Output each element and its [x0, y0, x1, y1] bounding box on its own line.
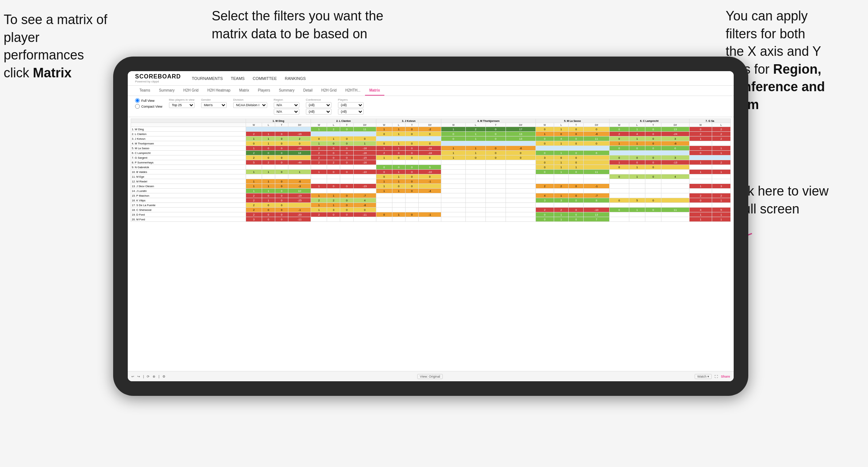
table-row: 14. J Lundin11010110-4	[131, 189, 731, 193]
matrix-cell-dif: -24	[661, 132, 690, 136]
matrix-cell-empty	[405, 198, 418, 203]
toolbar-zoom[interactable]: ⊕	[153, 375, 155, 378]
toolbar-share[interactable]: Share	[721, 375, 730, 378]
full-view-radio[interactable]: Full View	[135, 98, 162, 103]
matrix-cell-w: 0	[689, 198, 712, 203]
matrix-cell-empty	[645, 184, 661, 189]
matrix-cell-dif	[661, 198, 690, 203]
tab-summary[interactable]: Summary	[154, 86, 179, 96]
matrix-cell-dif: 13	[506, 136, 535, 141]
matrix-cell-t: 0	[405, 132, 418, 136]
players-select-2[interactable]: (All)	[338, 109, 364, 115]
matrix-cell-empty	[661, 193, 690, 198]
matrix-cell-t: 0	[645, 160, 661, 165]
matrix-cell-t: 0	[645, 155, 661, 160]
screen-tabs: Teams Summary H2H Grid H2H Heatmap Matri…	[128, 86, 734, 96]
player-name-cell: 2. L Clanton	[131, 132, 246, 136]
matrix-cell-empty	[392, 198, 405, 203]
matrix-cell-empty	[609, 193, 629, 198]
matrix-cell-empty	[340, 174, 353, 179]
matrix-cell-empty	[584, 203, 610, 208]
sh-d4: Dif	[506, 123, 535, 127]
matrix-cell-w: 0	[535, 217, 554, 222]
region-select-1[interactable]: N/A	[274, 102, 299, 108]
tab-matrix[interactable]: Matrix	[235, 86, 253, 96]
matrix-area[interactable]: 1. W Ding 2. L Clanton 3. J Koivun 4. M …	[128, 117, 734, 380]
compact-view-radio[interactable]: Compact View	[135, 104, 162, 109]
division-select[interactable]: NCAA Division I	[233, 102, 267, 108]
matrix-cell-t: 0	[569, 208, 584, 212]
matrix-cell-t: 0	[569, 160, 584, 165]
matrix-cell-w: 0	[535, 170, 554, 174]
matrix-cell-dif: -8	[353, 203, 376, 208]
nav-teams[interactable]: TEAMS	[231, 76, 245, 81]
table-row: 5. M La Sasso100-16200-18110-16110-60006…	[131, 146, 731, 151]
matrix-cell-l: 0	[262, 146, 275, 151]
matrix-cell-l: 1	[392, 141, 405, 146]
max-players-select[interactable]: Top 25	[169, 102, 195, 108]
matrix-cell-l: 3	[712, 184, 730, 189]
matrix-cell-dif: 6	[661, 146, 690, 151]
players-select-1[interactable]: (All)	[338, 102, 364, 108]
tab-detail[interactable]: Detail	[299, 86, 317, 96]
matrix-cell-t: 0	[275, 151, 288, 155]
toolbar-undo[interactable]: ↩	[131, 375, 134, 378]
matrix-cell-dif: -18	[353, 146, 376, 151]
matrix-cell-l: 1	[262, 198, 275, 203]
matrix-cell-w: 2	[311, 198, 327, 203]
tab-summary2[interactable]: Summary	[274, 86, 299, 96]
tab-h2h-grid[interactable]: H2H Grid	[179, 86, 203, 96]
matrix-cell-empty	[376, 160, 392, 165]
annotation-left-line3-bold: Matrix	[33, 65, 72, 80]
tab-players[interactable]: Players	[254, 86, 274, 96]
nav-tournaments[interactable]: TOURNAMENTS	[192, 76, 223, 81]
toolbar-redo[interactable]: ↪	[137, 375, 140, 378]
player-name-cell: 1. W Ding	[131, 127, 246, 132]
matrix-cell-dif: 0	[418, 155, 441, 160]
matrix-cell-dif: 6	[584, 151, 610, 155]
matrix-cell-empty	[485, 170, 506, 174]
matrix-cell-t: 0	[340, 198, 353, 203]
matrix-cell-l: 4	[629, 132, 645, 136]
matrix-cell-dif: -6	[288, 179, 311, 184]
matrix-cell-empty	[689, 141, 712, 146]
nav-rankings[interactable]: RANKINGS	[285, 76, 306, 81]
matrix-cell-w: 1	[689, 217, 712, 222]
toolbar-fullscreen[interactable]: ⛶	[715, 375, 718, 378]
toolbar-settings[interactable]: ⚙	[162, 375, 165, 378]
matrix-cell-empty	[485, 165, 506, 170]
tab-matrix-active[interactable]: Matrix	[365, 86, 384, 96]
toolbar-refresh[interactable]: ⟳	[147, 375, 150, 378]
matrix-cell-empty	[485, 203, 506, 208]
compact-view-input[interactable]	[135, 104, 140, 109]
matrix-cell-empty	[418, 198, 441, 203]
tab-h2hth[interactable]: H2HTH...	[341, 86, 365, 96]
player-name-cell: 12. M Riedel	[131, 179, 246, 184]
matrix-cell-l: 0	[554, 155, 569, 160]
matrix-cell-l: 1	[554, 217, 569, 222]
matrix-cell-w: 1	[689, 136, 712, 141]
logo-sub-text: Powered by clippd	[135, 80, 181, 83]
tab-h2h-grid2[interactable]: H2H Grid	[317, 86, 341, 96]
matrix-cell-t: 0	[275, 179, 288, 184]
nav-committee[interactable]: COMMITTEE	[253, 76, 277, 81]
matrix-cell-empty	[629, 179, 645, 184]
conference-select-2[interactable]: (All)	[306, 109, 331, 115]
matrix-cell-w: 1	[376, 155, 392, 160]
ann-right-line2: filters for both	[726, 26, 805, 41]
matrix-cell-dif	[584, 160, 610, 165]
tab-h2h-heatmap[interactable]: H2H Heatmap	[203, 86, 235, 96]
gender-select[interactable]: Men's	[201, 102, 227, 108]
sh-l3: L	[392, 123, 405, 127]
table-row: 15. P Maichon200-19110-7410-722	[131, 193, 731, 198]
full-view-input[interactable]	[135, 98, 140, 103]
toolbar-watch[interactable]: Watch ▾	[695, 374, 712, 379]
matrix-cell-empty	[569, 174, 584, 179]
matrix-cell-dif: -6	[661, 141, 690, 146]
region-select-2[interactable]: N/A	[274, 109, 299, 115]
conference-select-1[interactable]: (All)	[306, 102, 331, 108]
ann-right-line3: the X axis and Y	[726, 44, 821, 59]
toolbar-view-original[interactable]: View: Original	[417, 374, 442, 379]
tab-teams[interactable]: Teams	[135, 86, 154, 96]
matrix-cell-empty	[311, 174, 327, 179]
